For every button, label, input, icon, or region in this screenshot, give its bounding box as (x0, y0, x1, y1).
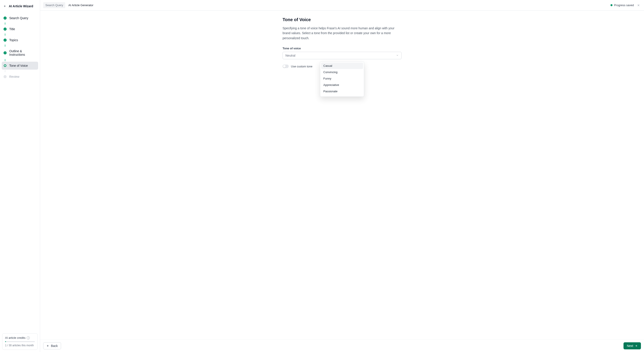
custom-tone-label: Use custom tone (291, 65, 312, 68)
tone-dropdown: Casual Convincing Funny Appreciative Pas… (320, 61, 364, 97)
credits-progress (5, 341, 35, 342)
step-topics[interactable]: Topics (2, 36, 38, 44)
topbar: Search Query AI Article Generator Progre… (40, 0, 644, 10)
info-icon[interactable]: i (27, 336, 30, 340)
step-review[interactable]: Review (2, 73, 38, 81)
step-connector (5, 59, 38, 62)
step-search-query[interactable]: Search Query (2, 14, 38, 22)
credits-progress-fill (5, 341, 6, 342)
check-circle-icon (4, 16, 6, 19)
step-label: Outline & Instructions (9, 49, 36, 56)
tabs: Search Query AI Article Generator (43, 2, 96, 8)
bottombar: Back Next (40, 340, 644, 352)
check-circle-icon (4, 38, 6, 42)
current-step-icon (4, 64, 6, 67)
toggle-knob (283, 65, 286, 68)
step-connector (5, 44, 38, 47)
next-button-label: Next (627, 344, 633, 348)
step-outline-instructions[interactable]: Outline & Instructions (2, 47, 38, 59)
credits-title: AI article credits (5, 336, 25, 340)
credits-title-row: AI article credits i (5, 336, 35, 340)
option-assertive[interactable]: Assertive (321, 94, 363, 96)
sidebar-header: AI Article Wizard (0, 0, 40, 12)
option-funny[interactable]: Funny (321, 75, 363, 82)
tone-select: Neutral Casual Convincing Funny Apprecia… (282, 52, 402, 59)
next-button[interactable]: Next (624, 342, 641, 349)
step-label: Title (9, 27, 15, 31)
step-label: Topics (9, 38, 18, 42)
chevron-down-icon (396, 54, 399, 57)
tone-dropdown-scroll[interactable]: Casual Convincing Funny Appreciative Pas… (321, 62, 363, 96)
step-label: Review (9, 75, 20, 78)
main: Search Query AI Article Generator Progre… (40, 0, 644, 352)
tab-ai-article-generator[interactable]: AI Article Generator (66, 2, 96, 8)
progress-saved-badge: Progress saved (610, 3, 634, 7)
option-passionate[interactable]: Passionate (321, 88, 363, 94)
step-title[interactable]: Title (2, 25, 38, 33)
pending-step-icon (4, 75, 6, 78)
step-connector (5, 33, 38, 36)
saved-dot-icon (610, 4, 612, 6)
tone-select-value: Neutral (286, 54, 295, 57)
credits-card: AI article credits i 1 / 30 articles thi… (2, 333, 38, 350)
tone-field-label: Tone of voice (282, 47, 402, 50)
back-arrow-icon[interactable] (4, 5, 6, 8)
back-button[interactable]: Back (43, 342, 61, 349)
close-icon[interactable] (636, 3, 641, 8)
step-connector (5, 70, 38, 73)
wizard-steps: Search Query Title Topics Outline & Inst… (0, 12, 40, 331)
content: Tone of Voice Specifying a tone of voice… (40, 10, 644, 340)
back-button-label: Back (51, 344, 58, 348)
option-convincing[interactable]: Convincing (321, 69, 363, 75)
step-tone-of-voice[interactable]: Tone of Voice (2, 62, 38, 70)
step-connector (5, 22, 38, 25)
wizard-title: AI Article Wizard (9, 4, 33, 8)
saved-text: Progress saved (614, 3, 634, 7)
step-label: Search Query (9, 16, 28, 20)
topbar-right: Progress saved (610, 3, 641, 8)
arrow-right-icon (634, 344, 638, 347)
sidebar: AI Article Wizard Search Query Title Top… (0, 0, 40, 352)
arrow-left-icon (46, 344, 50, 347)
custom-tone-toggle[interactable] (282, 64, 289, 68)
credits-subtitle: 1 / 30 articles this month (5, 344, 35, 347)
check-circle-icon (4, 27, 6, 31)
option-casual[interactable]: Casual (321, 62, 363, 69)
option-appreciative[interactable]: Appreciative (321, 82, 363, 88)
panel-title: Tone of Voice (282, 17, 402, 22)
tone-select-box[interactable]: Neutral (282, 52, 402, 59)
check-circle-icon (4, 51, 6, 54)
panel-description: Specifying a tone of voice helps Frase's… (282, 26, 402, 40)
step-label: Tone of Voice (9, 64, 28, 67)
tab-search-query[interactable]: Search Query (43, 2, 65, 8)
tone-panel: Tone of Voice Specifying a tone of voice… (282, 17, 402, 333)
